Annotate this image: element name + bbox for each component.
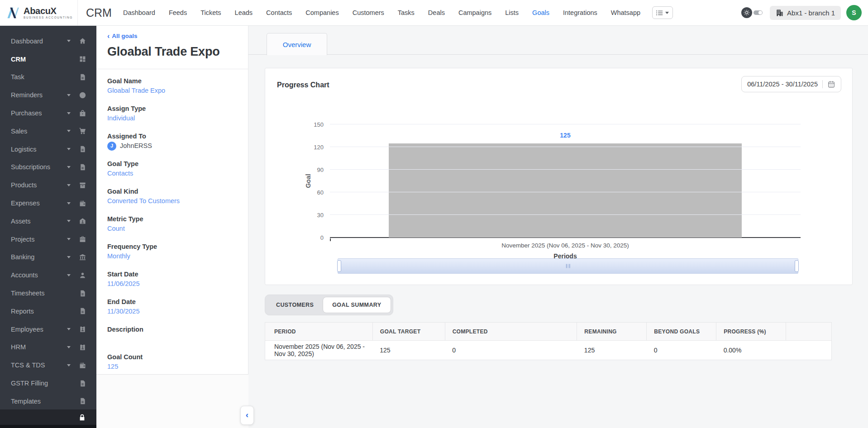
sidebar-item-label: Products [11, 181, 37, 189]
overview-content: Progress Chart 06/11/2025 - 30/11/2025 G… [248, 55, 868, 360]
table-cell: 0.00% [716, 341, 786, 360]
app-logo[interactable]: AbacuX BUSINESS ACCOUNTING [0, 0, 78, 25]
badge-icon [79, 325, 86, 333]
sidebar-item-gstr-filling[interactable]: GSTR Filling [0, 374, 96, 392]
sidebar-item-dashboard[interactable]: Dashboard [0, 32, 96, 50]
sidebar-item-banking[interactable]: Banking [0, 248, 96, 266]
tabs-border [248, 54, 868, 55]
nav-dashboard[interactable]: Dashboard [123, 9, 155, 16]
chevron-down-icon [67, 220, 71, 222]
sidebar-item-label: Projects [11, 236, 34, 243]
sidebar-item-tcs-tds[interactable]: TCS & TDS [0, 356, 96, 374]
date-range-picker[interactable]: 06/11/2025 - 30/11/2025 [741, 76, 841, 92]
theme-switch[interactable] [754, 10, 763, 15]
badge-icon [79, 343, 86, 351]
sidebar-item-label: HRM [11, 343, 26, 351]
sidebar-item-label: Assets [11, 218, 31, 225]
nav-customers[interactable]: Customers [353, 9, 384, 16]
back-link-label: All goals [112, 33, 137, 39]
field-label: Goal Type [107, 159, 237, 168]
sidebar-item-label: Reports [11, 308, 34, 315]
main-content: Overview Progress Chart 06/11/2025 - 30/… [248, 26, 868, 428]
sidebar-item-assets[interactable]: Assets [0, 212, 96, 230]
field-label: Metric Type [107, 214, 237, 224]
nav-deals[interactable]: Deals [428, 9, 445, 16]
sidebar-item-sales[interactable]: Sales [0, 122, 96, 140]
field-value: Gloabal Trade Expo [107, 86, 237, 96]
sidebar-bottom-strip [0, 425, 96, 428]
scrollbar-left-handle[interactable] [337, 260, 341, 272]
nav-whatsapp[interactable]: Whatsapp [611, 9, 640, 16]
sidebar-item-accounts[interactable]: Accounts [0, 266, 96, 284]
sidebar-item-label: Dashboard [11, 38, 43, 45]
field-value: Monthly [107, 251, 237, 262]
branch-selector-button[interactable]: Abx1 - branch 1 [770, 6, 841, 20]
sidebar-item-projects[interactable]: Projects [0, 230, 96, 248]
sidebar-item-task[interactable]: Task [0, 68, 96, 86]
sidebar-item-reminders[interactable]: Reminders [0, 86, 96, 104]
sidebar-item-reports[interactable]: Reports [0, 302, 96, 320]
chevron-down-icon [67, 238, 71, 240]
nav-companies[interactable]: Companies [305, 9, 339, 16]
theme-toggle[interactable] [741, 7, 763, 18]
x-axis-tick [330, 238, 331, 241]
column-header-goal-target: GOAL TARGET [372, 323, 445, 341]
tab-customers[interactable]: CUSTOMERS [267, 297, 323, 313]
x-tick-label: November 2025 (Nov 06, 2025 - Nov 30, 20… [330, 242, 801, 249]
field-value: 11/30/2025 [107, 306, 237, 317]
chevron-down-icon [67, 166, 71, 168]
chart-bar[interactable] [389, 143, 742, 238]
sidebar-item-expenses[interactable]: Expenses [0, 194, 96, 212]
field-metric-type: Metric TypeCount [107, 214, 237, 234]
sidebar-footer[interactable] [0, 409, 96, 425]
scrollbar-right-handle[interactable] [795, 260, 799, 272]
nav-feeds[interactable]: Feeds [169, 9, 187, 16]
user-avatar[interactable]: S [846, 5, 862, 20]
chart-range-scrollbar[interactable] [338, 258, 798, 274]
tab-overview[interactable]: Overview [267, 33, 327, 55]
nav-tickets[interactable]: Tickets [200, 9, 221, 16]
sidebar-item-crm[interactable]: CRM [0, 50, 96, 68]
all-goals-back-link[interactable]: ‹ All goals [107, 33, 138, 39]
sidebar-item-label: TCS & TDS [11, 361, 45, 369]
nav-integrations[interactable]: Integrations [563, 9, 597, 16]
list-view-dropdown-button[interactable] [652, 6, 673, 19]
sidebar-item-templates[interactable]: Templates [0, 392, 96, 410]
file-icon [79, 380, 86, 387]
list-icon [656, 10, 663, 16]
nav-contacts[interactable]: Contacts [266, 9, 292, 16]
nav-lists[interactable]: Lists [505, 9, 519, 16]
nav-campaigns[interactable]: Campaigns [458, 9, 491, 16]
sidebar-item-logistics[interactable]: Logistics [0, 140, 96, 158]
sidebar-item-employees[interactable]: Employees [0, 320, 96, 338]
home-icon [79, 37, 86, 45]
field-value: Individual [107, 113, 237, 124]
logo-text: AbacuX BUSINESS ACCOUNTING [24, 6, 73, 19]
nav-tasks[interactable]: Tasks [398, 9, 415, 16]
chevron-down-icon [67, 40, 71, 42]
sidebar-item-label: Expenses [11, 200, 40, 207]
chevron-down-icon [67, 130, 71, 132]
sidebar-item-products[interactable]: Products [0, 176, 96, 194]
sidebar-item-purchases[interactable]: Purchases [0, 104, 96, 122]
branch-label: Abx1 - branch 1 [787, 9, 835, 17]
nav-goals[interactable]: Goals [532, 9, 549, 16]
sidebar-item-label: Purchases [11, 109, 42, 117]
clock-icon [79, 91, 86, 99]
sidebar-item-label: Reminders [11, 91, 43, 99]
briefcase-icon [79, 235, 86, 243]
table-row: November 2025 (Nov 06, 2025 - Nov 30, 20… [265, 341, 832, 360]
sidebar-item-hrm[interactable]: HRM [0, 338, 96, 357]
field-value: Contacts [107, 168, 237, 179]
tab-goal-summary[interactable]: GOAL SUMMARY [323, 297, 391, 313]
field-label: Assigned To [107, 132, 237, 141]
field-value: 125 [107, 361, 237, 372]
nav-leads[interactable]: Leads [235, 9, 253, 16]
file-icon [79, 73, 86, 81]
field-label: Assign Type [107, 104, 237, 113]
progress-chart-card: Progress Chart 06/11/2025 - 30/11/2025 G… [265, 68, 853, 285]
sidebar-item-subscriptions[interactable]: Subscriptions [0, 158, 96, 176]
panel-collapse-button[interactable]: ‹ [240, 406, 254, 425]
sidebar-item-timesheets[interactable]: Timesheets [0, 284, 96, 302]
person-icon [79, 271, 86, 279]
